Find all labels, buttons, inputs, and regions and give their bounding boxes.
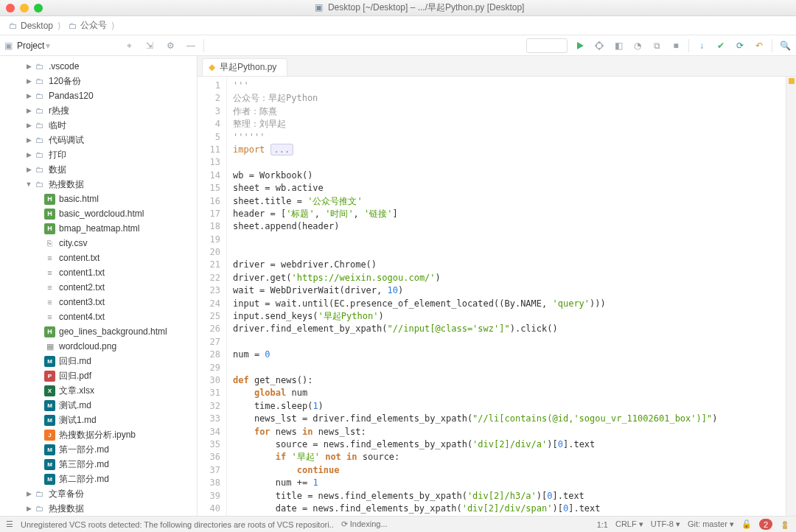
tree-item[interactable]: 🗀热搜数据: [0, 177, 197, 192]
tree-item[interactable]: 🗀120备份: [0, 74, 197, 88]
read-only-toggle-icon[interactable]: 🔓: [741, 519, 752, 529]
tree-item[interactable]: X文章.xlsx: [0, 383, 197, 398]
chevron-right-icon: ⟩: [111, 21, 115, 31]
project-tool-label[interactable]: Project: [17, 41, 44, 51]
git-branch[interactable]: Git: master ▾: [688, 519, 734, 529]
error-stripe[interactable]: [786, 77, 796, 516]
tree-item[interactable]: Hgeo_lines_background.html: [0, 324, 197, 339]
tree-item[interactable]: M测试1.md: [0, 413, 197, 427]
coverage-icon[interactable]: ◧: [612, 39, 625, 52]
line-number-gutter[interactable]: 1234511131415161718192021222324252627282…: [198, 77, 227, 516]
chevron-down-icon[interactable]: ▾: [46, 41, 50, 51]
gear-icon[interactable]: ⚙: [164, 39, 177, 52]
breadcrumb-label: Desktop: [21, 21, 53, 31]
inspection-hector-icon[interactable]: [780, 519, 790, 530]
vcs-revert-icon[interactable]: ↶: [753, 39, 766, 52]
minimize-window-button[interactable]: [20, 4, 29, 13]
code-editor[interactable]: ''' 公众号：早起Python 作者：陈熹 整理：刘早起 '''''' imp…: [227, 77, 786, 516]
event-log-icon[interactable]: ☰: [6, 519, 13, 529]
disclosure-triangle-icon[interactable]: [25, 92, 32, 99]
tree-item[interactable]: 🗀.vscode: [0, 59, 197, 74]
tree-item[interactable]: 🗀热搜数据: [0, 501, 197, 516]
tree-item-label: 打印: [49, 149, 66, 161]
hide-tool-icon[interactable]: —: [184, 39, 198, 52]
tree-item[interactable]: ▦wordcloud.png: [0, 339, 197, 354]
tree-item[interactable]: 🗀数据: [0, 162, 197, 177]
caret-position[interactable]: 1:1: [597, 520, 608, 529]
tree-item[interactable]: 🗀打印: [0, 147, 197, 162]
breadcrumb-item[interactable]: 🗀 公众号 ⟩: [66, 18, 119, 33]
tree-item[interactable]: 🗀文章备份: [0, 486, 197, 501]
tree-item[interactable]: ⎘city.csv: [0, 236, 197, 251]
tree-item[interactable]: ≡content3.txt: [0, 295, 197, 309]
disclosure-triangle-icon[interactable]: [25, 505, 32, 512]
file-encoding[interactable]: UTF-8 ▾: [651, 519, 680, 529]
warning-marker-icon[interactable]: [789, 78, 795, 84]
tree-item-label: 回归.pdf: [59, 370, 91, 382]
vcs-update-icon[interactable]: ↓: [695, 39, 708, 52]
project-tree[interactable]: 🗀.vscode🗀120备份🗀Pandas120🗀r热搜🗀临时🗀代码调试🗀打印🗀…: [0, 56, 197, 516]
zoom-window-button[interactable]: [34, 4, 43, 13]
tree-item[interactable]: ≡content1.txt: [0, 265, 197, 280]
txt-icon: ≡: [44, 253, 55, 264]
vcs-history-icon[interactable]: ⟳: [733, 39, 747, 52]
search-everywhere-icon[interactable]: 🔍: [778, 39, 792, 52]
tree-item[interactable]: ≡content2.txt: [0, 280, 197, 295]
tree-item-label: city.csv: [59, 238, 87, 248]
folder-icon: 🗀: [34, 105, 45, 116]
tree-item[interactable]: 🗀r热搜: [0, 103, 197, 118]
disclosure-triangle-icon[interactable]: [25, 63, 32, 70]
tree-item[interactable]: Hbmap_heatmap.html: [0, 221, 197, 236]
vcs-commit-icon[interactable]: ✔: [714, 39, 727, 52]
close-window-button[interactable]: [6, 4, 15, 13]
stop-icon[interactable]: ■: [669, 39, 682, 52]
concurrency-icon[interactable]: ⧉: [650, 39, 663, 52]
editor-tab[interactable]: ◆ 早起Python.py: [202, 58, 287, 76]
collapse-all-icon[interactable]: ⇲: [143, 39, 156, 52]
tree-item[interactable]: M测试.md: [0, 398, 197, 413]
run-configuration-select[interactable]: [526, 38, 568, 53]
disclosure-triangle-icon[interactable]: [25, 166, 32, 173]
problems-badge[interactable]: 2: [759, 519, 772, 530]
line-separator[interactable]: CRLF ▾: [615, 519, 643, 529]
tree-item[interactable]: Hbasic_wordcloud.html: [0, 206, 197, 221]
tree-item[interactable]: Hbasic.html: [0, 192, 197, 206]
md-icon: M: [44, 459, 55, 470]
tree-item[interactable]: P回归.pdf: [0, 368, 197, 383]
tree-item[interactable]: M第二部分.md: [0, 472, 197, 486]
breadcrumb-bar: 🗀 Desktop ⟩ 🗀 公众号 ⟩: [0, 16, 796, 35]
png-icon: ▦: [44, 341, 55, 352]
folder-icon: 🗀: [34, 135, 45, 146]
separator: [772, 39, 772, 52]
run-icon[interactable]: [573, 39, 587, 52]
tree-item[interactable]: 🗀Pandas120: [0, 88, 197, 103]
debug-icon[interactable]: [593, 39, 606, 52]
tree-item[interactable]: 🗀临时: [0, 118, 197, 133]
tree-item[interactable]: ≡content.txt: [0, 251, 197, 265]
tree-item[interactable]: J热搜数据分析.ipynb: [0, 427, 197, 442]
disclosure-triangle-icon[interactable]: [25, 77, 32, 85]
folder-icon: 🗀: [34, 503, 45, 514]
txt-icon: ≡: [44, 297, 55, 308]
tree-item[interactable]: M第三部分.md: [0, 457, 197, 472]
disclosure-triangle-icon[interactable]: [25, 151, 32, 158]
disclosure-triangle-icon[interactable]: [25, 107, 32, 114]
tree-item-label: 热搜数据: [49, 503, 84, 515]
breadcrumb-item[interactable]: 🗀 Desktop ⟩: [6, 19, 66, 32]
tree-item[interactable]: ≡content4.txt: [0, 309, 197, 324]
project-icon: ▣: [315, 2, 323, 13]
disclosure-triangle-icon[interactable]: [25, 122, 32, 129]
folder-icon: 🗀: [34, 120, 45, 131]
folder-icon: 🗀: [9, 21, 18, 31]
profile-icon[interactable]: ◔: [631, 39, 644, 52]
tree-item[interactable]: M回归.md: [0, 354, 197, 368]
disclosure-triangle-icon[interactable]: [25, 136, 32, 144]
disclosure-triangle-icon[interactable]: [25, 490, 32, 497]
separator: [203, 39, 204, 52]
tree-item[interactable]: 🗀代码调试: [0, 133, 197, 147]
disclosure-triangle-icon[interactable]: [25, 181, 32, 188]
scroll-from-source-icon[interactable]: ⌖: [122, 39, 136, 52]
tree-item-label: geo_lines_background.html: [59, 326, 167, 337]
tree-item-label: content1.txt: [59, 267, 105, 278]
tree-item[interactable]: M第一部分.md: [0, 442, 197, 457]
